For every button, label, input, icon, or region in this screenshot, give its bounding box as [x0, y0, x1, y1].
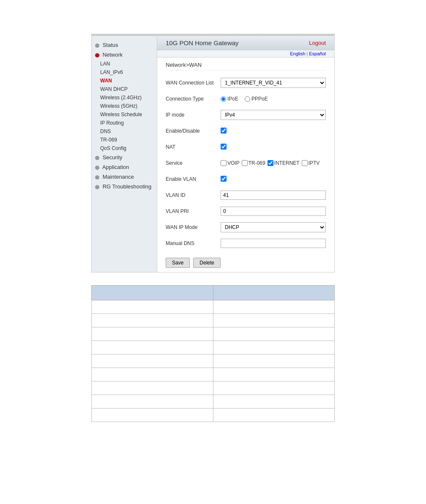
nat-row: NAT — [166, 141, 326, 153]
enable-disable-row: Enable/Disable — [166, 125, 326, 137]
sidebar-item-wireless-5[interactable]: Wireless (5GHz) — [92, 102, 157, 110]
service-tr069-checkbox[interactable] — [242, 160, 248, 166]
service-voip-label[interactable]: VOIP — [221, 160, 240, 166]
wan-label: WAN — [100, 78, 112, 84]
service-internet-checkbox[interactable] — [268, 160, 273, 166]
service-internet-label[interactable]: INTERNET — [268, 160, 300, 166]
enable-vlan-control — [221, 176, 326, 183]
sidebar-network-label: Network — [103, 52, 123, 58]
vlan-id-input[interactable] — [221, 191, 326, 200]
radio-pppoe-label[interactable]: PPPoE — [245, 96, 268, 102]
logout-button[interactable]: Logout — [309, 40, 326, 46]
sidebar-item-wireless-24[interactable]: Wireless (2.4GHz) — [92, 93, 157, 102]
sidebar-item-lan[interactable]: LAN — [92, 60, 157, 68]
service-iptv-checkbox[interactable] — [302, 160, 308, 166]
service-voip-text: VOIP — [227, 160, 240, 166]
vlan-id-row: VLAN ID — [166, 189, 326, 201]
table-cell — [213, 314, 335, 327]
sidebar-rg-label: RG Troubleshooting — [103, 183, 152, 190]
radio-pppoe[interactable] — [245, 96, 250, 102]
wan-ip-mode-label: WAN IP Mode — [166, 224, 221, 230]
table-cell — [213, 381, 335, 395]
table-cell — [92, 300, 213, 314]
service-iptv-text: IPTV — [309, 160, 320, 166]
ip-mode-row: IP mode IPv4 — [166, 109, 326, 121]
wan-ip-mode-select[interactable]: DHCP — [221, 222, 326, 232]
connection-type-control: IPoE PPPoE — [221, 96, 326, 102]
lan-ipv6-label: LAN_IPv6 — [100, 69, 123, 75]
enable-disable-control — [221, 128, 326, 135]
sidebar-item-qos[interactable]: QoS Config — [92, 144, 157, 153]
vlan-pri-input[interactable] — [221, 207, 326, 216]
table-cell — [213, 409, 335, 422]
sidebar-item-lan-ipv6[interactable]: LAN_IPv6 — [92, 68, 157, 76]
table-row — [92, 354, 335, 368]
wan-ip-mode-row: WAN IP Mode DHCP — [166, 221, 326, 233]
sidebar-section-security[interactable]: Security — [92, 153, 157, 162]
bottom-table-wrapper — [91, 285, 335, 422]
sidebar-item-tr069[interactable]: TR-069 — [92, 136, 157, 144]
table-cell — [92, 327, 213, 341]
service-iptv-label[interactable]: IPTV — [302, 160, 320, 166]
connection-type-label: Connection Type — [166, 96, 221, 102]
radio-ipoE-label[interactable]: IPoE — [221, 96, 238, 102]
sidebar-item-wan[interactable]: WAN — [92, 76, 157, 85]
sidebar-item-wan-dhcp[interactable]: WAN DHCP — [92, 85, 157, 93]
table-cell — [92, 409, 213, 422]
save-button[interactable]: Save — [166, 258, 190, 268]
sidebar-item-dns[interactable]: DNS — [92, 127, 157, 136]
sidebar-security-label: Security — [103, 154, 123, 161]
manual-dns-row: Manual DNS — [166, 237, 326, 249]
manual-dns-label: Manual DNS — [166, 240, 221, 246]
sidebar-item-wireless-schedule[interactable]: Wireless Schedule — [92, 110, 157, 119]
service-tr069-text: TR-069 — [248, 160, 265, 166]
bottom-table-col1-header — [92, 286, 213, 300]
sidebar-section-rg[interactable]: RG Troubleshooting — [92, 182, 157, 191]
nat-checkbox[interactable] — [221, 144, 227, 150]
application-icon — [95, 166, 99, 170]
table-cell — [92, 368, 213, 381]
table-cell — [213, 327, 335, 341]
service-label: Service — [166, 160, 221, 166]
ip-mode-select[interactable]: IPv4 — [221, 110, 326, 120]
wan-ip-mode-control: DHCP — [221, 222, 326, 232]
enable-vlan-row: Enable VLAN — [166, 173, 326, 185]
qos-label: QoS Config — [100, 145, 126, 151]
sidebar-section-network[interactable]: Network — [92, 50, 157, 60]
header-bar: 10G PON Home Gateway Logout — [157, 36, 334, 50]
right-panel: 10G PON Home Gateway Logout English | Es… — [157, 36, 334, 272]
nat-control — [221, 144, 326, 151]
wireless-5-label: Wireless (5GHz) — [100, 103, 137, 109]
service-tr069-label[interactable]: TR-069 — [242, 160, 265, 166]
sidebar-item-ip-routing[interactable]: IP Routing — [92, 119, 157, 127]
header-lang: English | Español — [157, 50, 334, 57]
radio-ipoE[interactable] — [221, 96, 226, 102]
wan-connection-list-select[interactable]: 1_INTERNET_R_VID_41 — [221, 78, 326, 88]
lang-english-link[interactable]: English — [290, 51, 305, 56]
enable-disable-checkbox[interactable] — [221, 128, 227, 133]
service-row: Service VOIP TR-069 INTERNET — [166, 157, 326, 169]
enable-vlan-checkbox[interactable] — [221, 176, 227, 182]
network-icon — [95, 53, 99, 57]
sidebar-section-maintenance[interactable]: Maintenance — [92, 172, 157, 182]
sidebar-section-application[interactable]: Application — [92, 162, 157, 172]
nat-label: NAT — [166, 144, 221, 150]
sidebar-section-status[interactable]: Status — [92, 40, 157, 50]
service-voip-checkbox[interactable] — [221, 160, 227, 166]
connection-type-row: Connection Type IPoE PPPoE — [166, 93, 326, 105]
service-control: VOIP TR-069 INTERNET IPTV — [221, 160, 326, 166]
ip-mode-label: IP mode — [166, 112, 221, 118]
table-cell — [92, 314, 213, 327]
lang-espanol-link[interactable]: Español — [309, 51, 326, 56]
breadcrumb: Network>WAN — [166, 62, 326, 71]
maintenance-icon — [95, 175, 99, 180]
manual-dns-input[interactable] — [221, 239, 326, 248]
header-title: 10G PON Home Gateway — [166, 39, 239, 46]
vlan-id-control — [221, 191, 326, 200]
table-row — [92, 381, 335, 395]
delete-button[interactable]: Delete — [193, 258, 221, 268]
ip-routing-label: IP Routing — [100, 120, 124, 126]
table-row — [92, 314, 335, 327]
main-container: Status Network LAN LAN_IPv6 WAN WAN DHCP… — [91, 35, 335, 272]
sidebar-status-label: Status — [103, 42, 118, 48]
